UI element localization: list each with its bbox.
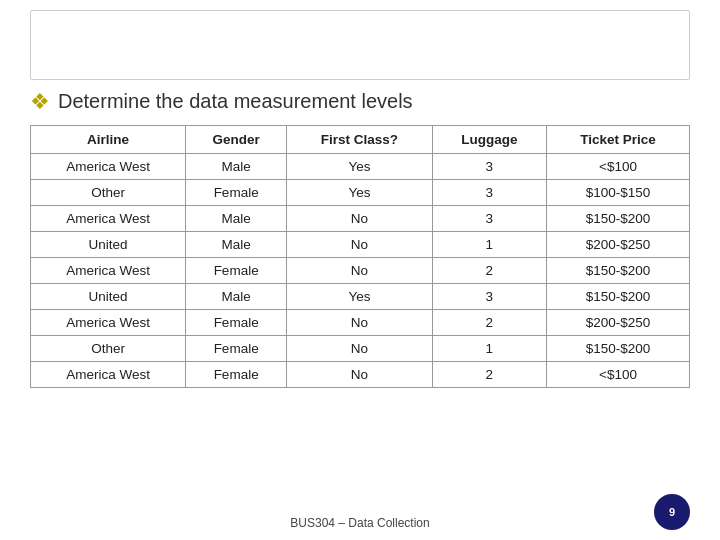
footer-text: BUS304 – Data Collection bbox=[290, 516, 429, 530]
cell-gender: Male bbox=[186, 206, 287, 232]
cell-luggage: 2 bbox=[432, 310, 546, 336]
cell-ticket_price: $150-$200 bbox=[547, 206, 690, 232]
cell-ticket_price: $150-$200 bbox=[547, 336, 690, 362]
cell-first_class: No bbox=[287, 232, 432, 258]
cell-luggage: 2 bbox=[432, 258, 546, 284]
cell-luggage: 3 bbox=[432, 180, 546, 206]
cell-gender: Female bbox=[186, 258, 287, 284]
cell-ticket_price: $200-$250 bbox=[547, 232, 690, 258]
table-row: UnitedMaleNo1$200-$250 bbox=[31, 232, 690, 258]
data-table: Airline Gender First Class? Luggage Tick… bbox=[30, 125, 690, 388]
cell-airline: United bbox=[31, 232, 186, 258]
cell-first_class: Yes bbox=[287, 154, 432, 180]
cell-airline: America West bbox=[31, 258, 186, 284]
table-row: OtherFemaleNo1$150-$200 bbox=[31, 336, 690, 362]
table-header-row: Airline Gender First Class? Luggage Tick… bbox=[31, 126, 690, 154]
title-row: ❖ Determine the data measurement levels bbox=[30, 90, 690, 113]
cell-airline: America West bbox=[31, 310, 186, 336]
bullet-icon: ❖ bbox=[30, 91, 50, 113]
cell-ticket_price: $150-$200 bbox=[547, 284, 690, 310]
col-luggage: Luggage bbox=[432, 126, 546, 154]
cell-ticket_price: $100-$150 bbox=[547, 180, 690, 206]
cell-airline: Other bbox=[31, 336, 186, 362]
cell-first_class: No bbox=[287, 258, 432, 284]
table-row: America WestMaleNo3$150-$200 bbox=[31, 206, 690, 232]
cell-first_class: Yes bbox=[287, 284, 432, 310]
cell-gender: Female bbox=[186, 180, 287, 206]
cell-first_class: No bbox=[287, 336, 432, 362]
cell-first_class: Yes bbox=[287, 180, 432, 206]
col-ticket-price: Ticket Price bbox=[547, 126, 690, 154]
cell-ticket_price: <$100 bbox=[547, 154, 690, 180]
cell-ticket_price: <$100 bbox=[547, 362, 690, 388]
cell-luggage: 1 bbox=[432, 336, 546, 362]
cell-ticket_price: $150-$200 bbox=[547, 258, 690, 284]
header-box bbox=[30, 10, 690, 80]
table-row: America WestFemaleNo2$200-$250 bbox=[31, 310, 690, 336]
col-gender: Gender bbox=[186, 126, 287, 154]
cell-luggage: 3 bbox=[432, 284, 546, 310]
col-airline: Airline bbox=[31, 126, 186, 154]
page-title: Determine the data measurement levels bbox=[58, 90, 413, 113]
table-row: America WestFemaleNo2$150-$200 bbox=[31, 258, 690, 284]
cell-gender: Female bbox=[186, 310, 287, 336]
cell-first_class: No bbox=[287, 362, 432, 388]
cell-first_class: No bbox=[287, 206, 432, 232]
cell-luggage: 3 bbox=[432, 206, 546, 232]
page-number: 9 bbox=[669, 506, 675, 518]
cell-ticket_price: $200-$250 bbox=[547, 310, 690, 336]
cell-luggage: 2 bbox=[432, 362, 546, 388]
table-container: Airline Gender First Class? Luggage Tick… bbox=[30, 125, 690, 508]
cell-airline: United bbox=[31, 284, 186, 310]
table-row: America WestFemaleNo2<$100 bbox=[31, 362, 690, 388]
table-row: America WestMaleYes3<$100 bbox=[31, 154, 690, 180]
cell-luggage: 1 bbox=[432, 232, 546, 258]
page-badge: 9 bbox=[654, 494, 690, 530]
cell-luggage: 3 bbox=[432, 154, 546, 180]
cell-gender: Male bbox=[186, 232, 287, 258]
table-row: OtherFemaleYes3$100-$150 bbox=[31, 180, 690, 206]
cell-airline: America West bbox=[31, 154, 186, 180]
table-row: UnitedMaleYes3$150-$200 bbox=[31, 284, 690, 310]
cell-airline: Other bbox=[31, 180, 186, 206]
cell-gender: Male bbox=[186, 284, 287, 310]
cell-gender: Female bbox=[186, 336, 287, 362]
footer: BUS304 – Data Collection 9 bbox=[30, 516, 690, 530]
cell-first_class: No bbox=[287, 310, 432, 336]
page: ❖ Determine the data measurement levels … bbox=[0, 0, 720, 540]
col-first-class: First Class? bbox=[287, 126, 432, 154]
cell-airline: America West bbox=[31, 206, 186, 232]
cell-gender: Female bbox=[186, 362, 287, 388]
cell-airline: America West bbox=[31, 362, 186, 388]
cell-gender: Male bbox=[186, 154, 287, 180]
